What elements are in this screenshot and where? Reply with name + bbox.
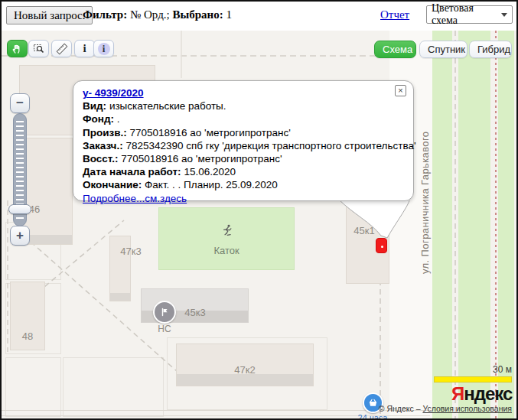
top-toolbar: Новый запрос. Фильтр: № Орд.; Выбрано: 1… [2,2,516,31]
balloon-row: Произв.: 7705018916 ао 'метрогипротранс' [83,126,404,139]
logo-first-letter: Я [451,383,464,404]
hand-icon [11,43,23,54]
map-canvas[interactable]: 46 48 47к3 Каток 45к3 [2,31,516,418]
yandex-logo: Яндекс [451,383,512,405]
ns-label: НС [153,324,176,334]
selected-count: 1 [223,8,232,21]
copyright-text: © Яндекс – Условия использования [379,404,512,413]
scale-bar [434,376,512,383]
balloon-row: Восст.: 7705018916 ао 'метрогипротранс' [83,152,404,165]
row-value: изыскательские работы. [106,100,226,112]
copyright-label: © Яндекс – [379,404,423,413]
object-info-tool-button[interactable]: i [93,40,114,57]
filter-value: № Орд.; [127,8,172,21]
row-label: Окончание: [83,179,142,190]
zoom-area-tool-button[interactable] [28,40,49,57]
map-type-scheme-button[interactable]: Схема [374,41,416,58]
info-tool-button[interactable]: i [74,40,95,57]
ice-rink-label: Каток [158,245,295,256]
basket-icon [367,397,379,409]
terms-of-use-link[interactable]: Условия использования [422,404,512,413]
building-45k3-label: 45к3 [172,307,218,318]
scale-label: 30 м [434,364,512,375]
row-label: Произв.: [83,127,127,138]
construction-flag-poi[interactable] [153,301,176,324]
ruler-tool-button[interactable] [51,40,72,57]
building-roof-strip [110,293,130,301]
color-scheme-select[interactable]: Цветовая схема [426,5,513,24]
row-label: Заказч.: [83,140,123,151]
row-label: Восст.: [83,153,119,164]
new-request-button[interactable]: Новый запрос. [6,6,93,24]
row-value: 7705018916 ао 'метрогипротранс' [127,127,291,138]
balloon-tail [323,200,415,240]
balloon-row: Заказч.: 7825342390 спб гку 'дирекция тр… [83,139,404,152]
row-label: Фонд: [83,113,114,125]
flag-icon [159,307,170,317]
row-value: 7705018916 ао 'метрогипротранс' [119,153,282,164]
app-window: Новый запрос. Фильтр: № Орд.; Выбрано: 1… [0,0,518,420]
row-label: Дата начала работ: [83,166,181,177]
row-value: 15.06.2020 [181,166,236,177]
building-roof-strip [177,374,313,386]
ice-rink-area [158,207,295,270]
selected-label: Выбрано: [172,8,223,21]
logo-rest: ндекс [464,383,512,404]
street-name-label: ул. Пограничника Гарькавого [419,132,431,275]
filter-label: Фильтр: [83,8,127,21]
building-48-label: 48 [12,330,43,342]
pan-tool-button[interactable] [7,40,28,57]
zoom-in-button[interactable]: + [10,226,30,246]
zoom-area-icon [33,43,45,55]
row-value: Факт. . . Планир. 25.09.2020 [142,179,277,190]
row-value: . [114,113,120,125]
balloon-row: Фонд: . [83,112,404,125]
info-icon: i [83,43,86,54]
order-number-link[interactable]: у- 4939/2020 [83,87,144,99]
report-link[interactable]: Отчет [380,8,409,21]
balloon-row: Вид: изыскательские работы. [83,99,404,112]
ruler-icon [56,43,68,55]
filter-status-text: Фильтр: № Орд.; Выбрано: 1 [83,8,232,21]
zoom-slider-handle[interactable] [8,204,31,214]
color-scheme-selected-value: Цветовая схема [432,2,501,27]
shop-24h-label: 24 часа [350,413,396,418]
row-value: 7825342390 спб гку 'дирекция транспортно… [123,140,416,151]
skater-icon [221,224,233,236]
info-balloon: у- 4939/2020 Вид: изыскательские работы.… [73,80,414,201]
building-47k3-label: 47к3 [108,246,154,257]
balloon-row: Дата начала работ: 15.06.2020 [83,165,404,178]
chevron-down-icon [501,13,507,17]
building-47k2-label: 47к2 [176,364,314,376]
balloon-close-button[interactable]: × [395,85,406,96]
selected-placemark[interactable] [376,238,387,253]
map-type-hybrid-button[interactable]: Гибрид [469,41,512,58]
info-circle-icon: i [98,43,110,55]
zoom-out-button[interactable]: − [10,93,30,113]
balloon-row: Окончание: Факт. . . Планир. 25.09.2020 [83,178,404,191]
details-link[interactable]: Подробнее...см.здесь [83,193,187,204]
map-type-satellite-button[interactable]: Спутник [419,41,468,58]
row-label: Вид: [83,100,106,112]
